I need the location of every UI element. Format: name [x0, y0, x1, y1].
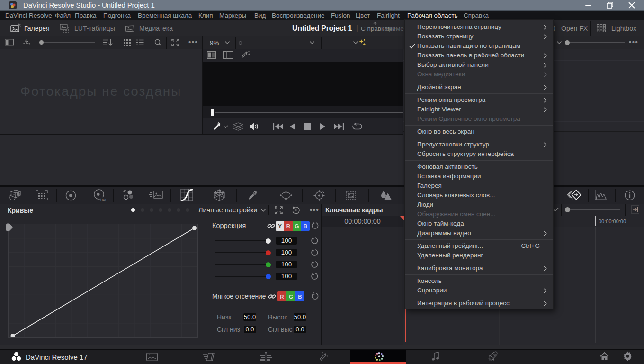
svg-text:HDR: HDR — [100, 198, 107, 201]
